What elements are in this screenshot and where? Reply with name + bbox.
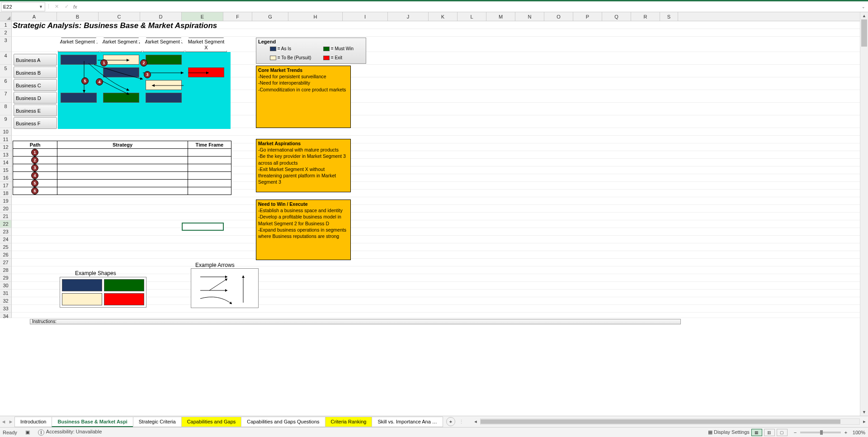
- row-header[interactable]: 25: [0, 243, 12, 251]
- row-header[interactable]: 32: [0, 297, 12, 305]
- shape-navy: [62, 279, 102, 291]
- matrix-cell: [146, 55, 182, 65]
- view-normal-button[interactable]: ▦: [751, 429, 762, 436]
- col-header[interactable]: D: [140, 12, 182, 21]
- accessibility-button[interactable]: Accessibility: Unavailable: [38, 429, 102, 435]
- zoom-value[interactable]: 100%: [853, 430, 865, 435]
- sheet-tab[interactable]: Business Base & Market Aspi: [52, 417, 133, 427]
- col-header[interactable]: I: [343, 12, 388, 21]
- win-box: Need to Win / Execute -Establish a busin…: [256, 200, 351, 260]
- row-header[interactable]: 10: [0, 128, 12, 136]
- scroll-down-icon[interactable]: ▼: [860, 408, 868, 416]
- sheet-tab[interactable]: Criteria Ranking: [325, 417, 373, 427]
- sheet-tab[interactable]: Capabilities and Gaps: [181, 417, 242, 427]
- hscroll-left-icon[interactable]: ◄: [472, 419, 479, 424]
- row-header[interactable]: 1: [0, 21, 12, 29]
- col-header[interactable]: J: [388, 12, 429, 21]
- col-header[interactable]: O: [544, 12, 573, 21]
- name-box[interactable]: ▼: [1, 2, 45, 11]
- matrix-cell: [61, 93, 97, 103]
- sheet-tab[interactable]: Skill vs. Importance Ana …: [372, 417, 443, 427]
- name-box-input[interactable]: [3, 4, 35, 10]
- row-header[interactable]: 11: [0, 136, 12, 143]
- col-header[interactable]: H: [288, 12, 343, 21]
- col-header[interactable]: M: [486, 12, 515, 21]
- row-header[interactable]: 16: [0, 174, 12, 182]
- row-header[interactable]: 4: [0, 52, 12, 65]
- col-header[interactable]: E: [182, 12, 223, 21]
- display-settings-button[interactable]: ▦ Display Settings: [708, 429, 750, 435]
- zoom-control[interactable]: − + 100%: [792, 430, 865, 435]
- row-header[interactable]: 2: [0, 29, 12, 37]
- tab-nav-next-icon[interactable]: ►: [7, 419, 14, 424]
- row-header[interactable]: 17: [0, 182, 12, 190]
- scroll-thumb[interactable]: [861, 19, 867, 47]
- col-header[interactable]: S: [660, 12, 678, 21]
- col-header[interactable]: P: [573, 12, 602, 21]
- recorder-icon[interactable]: ▣: [25, 429, 30, 435]
- col-header[interactable]: A: [12, 12, 57, 21]
- row-header[interactable]: 8: [0, 103, 12, 115]
- zoom-out-button[interactable]: −: [792, 430, 798, 435]
- row-header[interactable]: 20: [0, 205, 12, 213]
- hscroll-thumb[interactable]: [481, 419, 840, 424]
- col-header[interactable]: L: [458, 12, 486, 21]
- col-header[interactable]: F: [223, 12, 252, 21]
- zoom-slider[interactable]: [800, 432, 841, 433]
- row-header[interactable]: 19: [0, 197, 12, 205]
- selected-cell[interactable]: [182, 223, 224, 231]
- formula-expand-icon[interactable]: ⌄: [859, 5, 868, 9]
- name-box-dropdown-icon[interactable]: ▼: [39, 5, 43, 9]
- vertical-scrollbar[interactable]: ▲ ▼: [860, 12, 868, 416]
- row-header[interactable]: 13: [0, 151, 12, 159]
- hscroll-right-icon[interactable]: ►: [861, 419, 868, 424]
- col-header[interactable]: R: [631, 12, 660, 21]
- row-header[interactable]: 21: [0, 213, 12, 220]
- row-header[interactable]: 23: [0, 228, 12, 236]
- accept-icon[interactable]: ✓: [61, 4, 71, 10]
- row-header[interactable]: 28: [0, 266, 12, 274]
- row-header[interactable]: 22: [0, 220, 12, 228]
- row-header[interactable]: 14: [0, 159, 12, 166]
- row-header[interactable]: 3: [0, 37, 12, 52]
- view-layout-button[interactable]: ▥: [764, 429, 775, 436]
- row-header[interactable]: 7: [0, 90, 12, 103]
- tab-nav-prev-icon[interactable]: ◄: [0, 419, 7, 424]
- zoom-in-button[interactable]: +: [843, 430, 849, 435]
- row-header[interactable]: 30: [0, 282, 12, 290]
- cancel-icon[interactable]: ✕: [52, 4, 61, 10]
- row-header[interactable]: 26: [0, 251, 12, 259]
- col-header[interactable]: B: [57, 12, 99, 21]
- row-header[interactable]: 33: [0, 305, 12, 313]
- col-header[interactable]: K: [429, 12, 458, 21]
- col-header[interactable]: C: [99, 12, 140, 21]
- row-header[interactable]: 27: [0, 259, 12, 266]
- row-header[interactable]: 24: [0, 236, 12, 243]
- col-header[interactable]: N: [515, 12, 544, 21]
- row-header[interactable]: 5: [0, 65, 12, 77]
- path-badge: 1: [31, 149, 38, 156]
- row-header[interactable]: 29: [0, 274, 12, 282]
- col-header[interactable]: Q: [602, 12, 631, 21]
- row-header[interactable]: 15: [0, 166, 12, 174]
- sheet-tab[interactable]: Strategic Criteria: [133, 417, 182, 427]
- view-pagebreak-button[interactable]: ▢: [777, 429, 788, 436]
- col-header[interactable]: G: [252, 12, 288, 21]
- row-header[interactable]: 9: [0, 115, 12, 128]
- formula-input[interactable]: [79, 2, 859, 11]
- row-header[interactable]: 34: [0, 313, 12, 318]
- path-badge: 1: [100, 59, 108, 66]
- fx-icon[interactable]: fx: [73, 4, 77, 10]
- sheet-tab[interactable]: Capabilities and Gaps Questions: [241, 417, 325, 427]
- add-sheet-button[interactable]: +: [446, 417, 455, 426]
- row-header[interactable]: 12: [0, 143, 12, 151]
- scroll-up-icon[interactable]: ▲: [860, 12, 868, 19]
- row-header[interactable]: 6: [0, 77, 12, 90]
- segment-tab: Market Segment X: [185, 38, 227, 52]
- select-all-corner[interactable]: [0, 12, 12, 21]
- sheet-tab[interactable]: Introduction: [14, 417, 52, 427]
- row-header[interactable]: 31: [0, 290, 12, 297]
- row-header[interactable]: 18: [0, 190, 12, 197]
- horizontal-scrollbar[interactable]: ◄ ►: [472, 418, 868, 425]
- box-item: -Be the key provider in Market Segment 3…: [258, 153, 349, 166]
